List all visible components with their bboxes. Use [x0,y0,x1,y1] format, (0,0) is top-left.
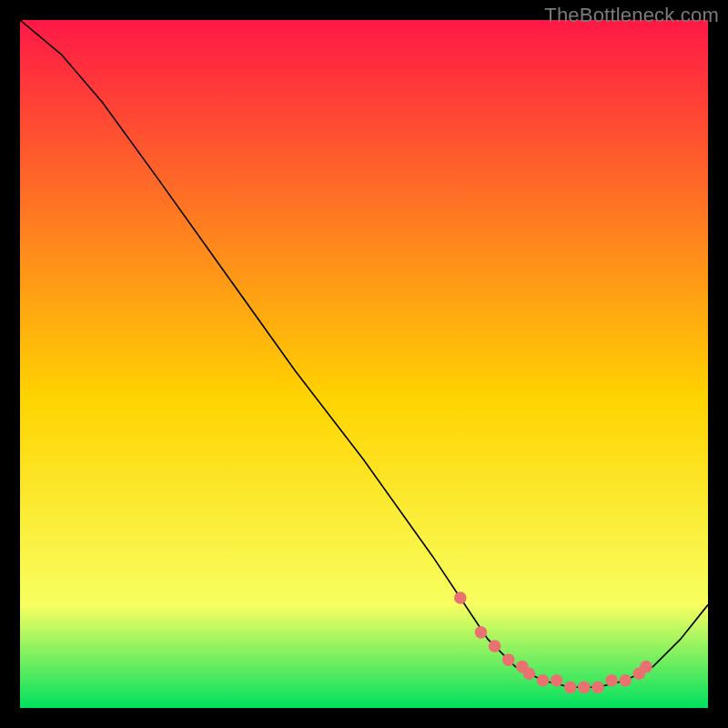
marker-dot [592,682,604,694]
marker-dot [640,661,652,673]
marker-dot [454,592,467,604]
marker-dot [475,626,488,639]
marker-dot [564,682,577,694]
bottleneck-chart [20,20,708,708]
marker-dot [523,667,536,680]
marker-dot [537,674,550,687]
marker-dot [551,674,563,687]
marker-dot [619,674,632,687]
marker-dot [605,674,618,687]
marker-dot [489,640,501,652]
gradient-background [20,20,708,708]
marker-dot [578,682,591,694]
chart-container: { "watermark": "TheBottleneck.com", "col… [0,0,728,728]
watermark-text: TheBottleneck.com [544,4,719,27]
marker-dot [502,653,515,666]
